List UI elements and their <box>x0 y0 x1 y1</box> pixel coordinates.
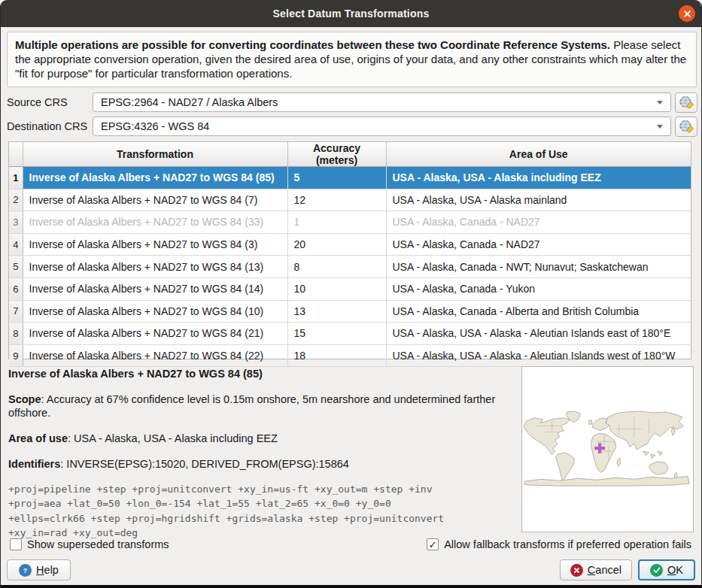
chevron-down-icon <box>657 125 663 129</box>
table-row[interactable]: 7 Inverse of Alaska Albers + NAD27 to WG… <box>9 300 691 323</box>
cell-row-number: 2 <box>9 189 23 211</box>
intro-message-bold: Multiple operations are possible for con… <box>15 38 610 51</box>
cell-area-of-use: USA - Alaska, USA - Alaska - Aleutian Is… <box>386 344 691 367</box>
area-of-use-text: Area of use: USA - Alaska, USA - Alaska … <box>8 432 517 446</box>
cancel-button[interactable]: Cancel <box>560 559 632 580</box>
table-header-row: Transformation Accuracy (meters) Area of… <box>9 142 691 167</box>
transformations-table: Transformation Accuracy (meters) Area of… <box>8 141 691 359</box>
area-of-use-map <box>521 366 694 532</box>
cell-row-number: 4 <box>9 233 23 256</box>
cell-transformation: Inverse of Alaska Albers + NAD27 to WGS … <box>23 167 287 189</box>
header-row-number <box>9 142 23 167</box>
table-row[interactable]: 9 Inverse of Alaska Albers + NAD27 to WG… <box>9 344 691 367</box>
cell-row-number: 8 <box>9 323 23 345</box>
cell-transformation: Inverse of Alaska Albers + NAD27 to WGS … <box>23 211 287 234</box>
table-row[interactable]: 3 Inverse of Alaska Albers + NAD27 to WG… <box>9 211 691 234</box>
cell-transformation: Inverse of Alaska Albers + NAD27 to WGS … <box>23 323 287 345</box>
transformation-details: Inverse of Alaska Albers + NAD27 to WGS … <box>8 366 517 541</box>
cell-transformation: Inverse of Alaska Albers + NAD27 to WGS … <box>23 277 287 300</box>
cell-accuracy: 15 <box>287 323 386 345</box>
cell-row-number: 3 <box>9 211 23 234</box>
header-accuracy[interactable]: Accuracy (meters) <box>287 142 386 167</box>
close-button[interactable] <box>679 5 695 22</box>
svg-text:?: ? <box>23 567 28 574</box>
select-destination-crs-button[interactable] <box>675 117 697 137</box>
source-crs-value: EPSG:2964 - NAD27 / Alaska Albers <box>101 96 278 108</box>
cell-area-of-use: USA - Alaska, USA - Alaska including EEZ <box>386 167 691 189</box>
cell-accuracy: 18 <box>287 344 386 367</box>
source-crs-label: Source CRS <box>7 92 68 112</box>
allow-fallback-checkbox[interactable]: Allow fallback transforms if preferred o… <box>427 538 691 550</box>
table-row[interactable]: 2 Inverse of Alaska Albers + NAD27 to WG… <box>9 189 691 211</box>
identifiers-text: Identifiers: INVERSE(EPSG):15020, DERIVE… <box>8 458 517 471</box>
cell-transformation: Inverse of Alaska Albers + NAD27 to WGS … <box>23 256 287 278</box>
chevron-down-icon <box>657 101 663 105</box>
header-transformation[interactable]: Transformation <box>23 142 287 167</box>
cell-transformation: Inverse of Alaska Albers + NAD27 to WGS … <box>23 300 287 323</box>
cell-area-of-use: USA - Alaska, Canada - NAD27 <box>386 211 691 234</box>
titlebar[interactable]: Select Datum Transformations <box>1 0 701 27</box>
destination-crs-value: EPSG:4326 - WGS 84 <box>101 120 209 132</box>
cell-row-number: 9 <box>9 344 23 367</box>
close-icon <box>683 10 691 18</box>
cell-transformation: Inverse of Alaska Albers + NAD27 to WGS … <box>23 344 287 367</box>
help-button[interactable]: ? Help <box>7 559 71 580</box>
checkbox-label: Show superseded transforms <box>27 538 169 550</box>
cell-row-number: 6 <box>9 277 23 300</box>
ok-icon <box>650 564 663 577</box>
cell-accuracy: 12 <box>287 189 386 211</box>
globe-edit-icon <box>679 120 694 135</box>
checkbox-box[interactable] <box>427 538 439 550</box>
proj-string: +proj=pipeline +step +proj=unitconvert +… <box>8 482 517 541</box>
cell-row-number: 5 <box>9 256 23 278</box>
table-row[interactable]: 5 Inverse of Alaska Albers + NAD27 to WG… <box>9 256 691 278</box>
select-datum-transformations-dialog: Select Datum Transformations Multiple op… <box>0 0 702 588</box>
header-area-of-use[interactable]: Area of Use <box>386 142 691 167</box>
cell-accuracy: 13 <box>287 300 386 323</box>
cell-transformation: Inverse of Alaska Albers + NAD27 to WGS … <box>23 189 287 211</box>
world-map <box>522 408 693 491</box>
cell-accuracy: 1 <box>287 211 386 234</box>
footer-options: Show superseded transforms Allow fallbac… <box>10 538 691 550</box>
cell-accuracy: 20 <box>287 233 386 256</box>
checkbox-label: Allow fallback transforms if preferred o… <box>444 538 691 550</box>
cell-transformation: Inverse of Alaska Albers + NAD27 to WGS … <box>23 233 287 256</box>
cell-area-of-use: USA - Alaska, Canada - Alberta and Briti… <box>386 300 691 323</box>
globe-edit-icon <box>679 95 694 111</box>
cell-accuracy: 10 <box>287 277 386 300</box>
cell-accuracy: 5 <box>287 167 386 189</box>
cell-area-of-use: USA - Alaska, Canada - Yukon <box>386 277 691 300</box>
cell-row-number: 1 <box>9 167 23 189</box>
cell-area-of-use: USA - Alaska, USA - Alaska mainland <box>386 189 691 211</box>
selected-transformation-title: Inverse of Alaska Albers + NAD27 to WGS … <box>8 368 517 381</box>
intro-message: Multiple operations are possible for con… <box>7 32 697 87</box>
cell-row-number: 7 <box>9 300 23 323</box>
show-superseded-checkbox[interactable]: Show superseded transforms <box>10 538 169 550</box>
table-row[interactable]: 8 Inverse of Alaska Albers + NAD27 to WG… <box>9 323 691 345</box>
cancel-icon <box>570 564 583 577</box>
destination-crs-label: Destination CRS <box>7 117 87 136</box>
source-crs-combo[interactable]: EPSG:2964 - NAD27 / Alaska Albers <box>93 92 671 112</box>
cell-accuracy: 8 <box>287 256 386 278</box>
cell-area-of-use: USA - Alaska, USA - Alaska - Aleutian Is… <box>386 323 691 345</box>
select-source-crs-button[interactable] <box>675 92 697 113</box>
help-icon: ? <box>19 564 32 577</box>
window-title: Select Datum Transformations <box>273 8 430 20</box>
cell-area-of-use: USA - Alaska, Canada - NAD27 <box>386 233 691 256</box>
scope-text: Scope: Accuracy at 67% confidence level … <box>8 393 517 420</box>
table-row[interactable]: 6 Inverse of Alaska Albers + NAD27 to WG… <box>9 277 691 300</box>
destination-crs-combo[interactable]: EPSG:4326 - WGS 84 <box>93 117 671 136</box>
table-row[interactable]: 1 Inverse of Alaska Albers + NAD27 to WG… <box>9 167 691 189</box>
cell-area-of-use: USA - Alaska, Canada - NWT; Nunavut; Sas… <box>386 256 691 278</box>
ok-button[interactable]: OK <box>638 559 695 580</box>
checkbox-box[interactable] <box>10 538 22 550</box>
table-row[interactable]: 4 Inverse of Alaska Albers + NAD27 to WG… <box>9 233 691 256</box>
